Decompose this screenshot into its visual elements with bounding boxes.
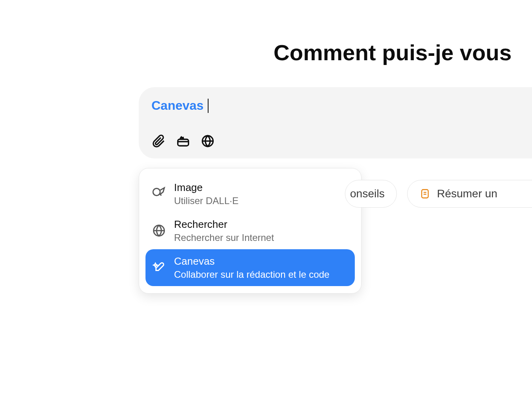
chat-input-container[interactable]: Canevas <box>139 87 532 158</box>
dropdown-item-title: Canevas <box>174 255 329 268</box>
attachment-icon[interactable] <box>151 134 166 148</box>
page-heading: Comment puis-je vous <box>274 40 512 65</box>
toolbox-icon[interactable] <box>176 134 190 148</box>
document-icon <box>419 188 431 199</box>
dropdown-item-title: Rechercher <box>174 218 274 231</box>
dropdown-item-image[interactable]: Image Utiliser DALL·E <box>145 176 355 212</box>
suggestion-chip-advice[interactable]: onseils <box>345 180 397 208</box>
suggestion-chip-summarize[interactable]: Résumer un <box>407 180 532 208</box>
dropdown-item-canvas[interactable]: Canevas Collaborer sur la rédaction et l… <box>145 249 355 286</box>
text-cursor <box>208 99 209 113</box>
chip-label: Canevas <box>151 98 204 113</box>
suggestion-chips-row: onseils Résumer un <box>345 180 532 208</box>
dropdown-item-search[interactable]: Rechercher Rechercher sur Internet <box>145 212 355 249</box>
dropdown-item-subtitle: Rechercher sur Internet <box>174 231 274 244</box>
tools-dropdown: Image Utiliser DALL·E Rechercher Recherc… <box>139 168 362 294</box>
svg-point-2 <box>153 189 160 196</box>
brush-icon <box>152 187 166 201</box>
chip-label: onseils <box>350 187 385 200</box>
globe-icon[interactable] <box>201 134 215 148</box>
globe-icon <box>152 223 166 238</box>
dropdown-item-subtitle: Collaborer sur la rédaction et le code <box>174 268 329 281</box>
dropdown-item-subtitle: Utiliser DALL·E <box>174 195 239 207</box>
sparkle-pen-icon <box>152 260 166 275</box>
chip-label: Résumer un <box>437 187 498 200</box>
svg-rect-0 <box>178 139 189 146</box>
dropdown-item-title: Image <box>174 181 239 195</box>
input-tool-chip[interactable]: Canevas <box>151 98 209 113</box>
